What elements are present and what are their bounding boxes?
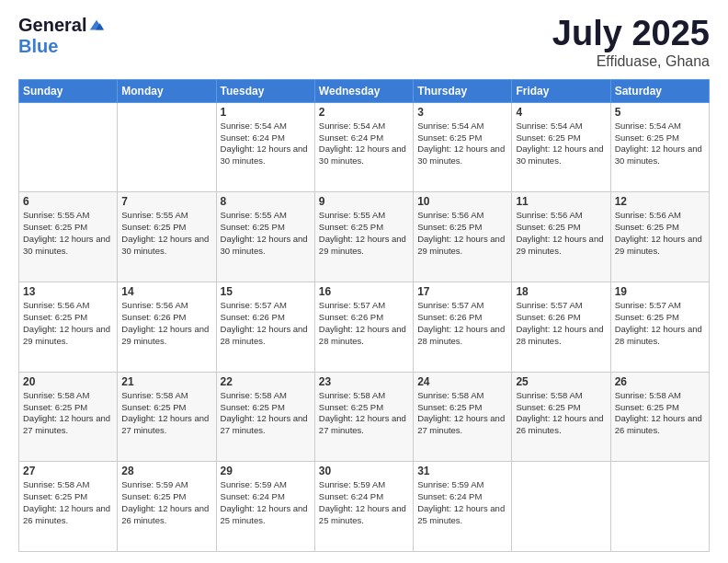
calendar-cell: 23Sunrise: 5:58 AM Sunset: 6:25 PM Dayli… bbox=[314, 372, 413, 462]
day-number: 20 bbox=[23, 375, 113, 388]
calendar-cell: 18Sunrise: 5:57 AM Sunset: 6:26 PM Dayli… bbox=[512, 282, 610, 373]
calendar-cell: 10Sunrise: 5:56 AM Sunset: 6:25 PM Dayli… bbox=[414, 192, 512, 282]
day-number: 27 bbox=[23, 465, 113, 477]
day-number: 8 bbox=[221, 195, 311, 208]
day-info: Sunrise: 5:55 AM Sunset: 6:25 PM Dayligh… bbox=[221, 210, 311, 257]
calendar-cell bbox=[512, 462, 610, 552]
calendar-cell: 15Sunrise: 5:57 AM Sunset: 6:26 PM Dayli… bbox=[216, 282, 314, 373]
day-info: Sunrise: 5:56 AM Sunset: 6:26 PM Dayligh… bbox=[121, 300, 211, 347]
calendar-cell: 11Sunrise: 5:56 AM Sunset: 6:25 PM Dayli… bbox=[512, 192, 610, 282]
logo-icon bbox=[88, 17, 105, 34]
calendar-cell: 22Sunrise: 5:58 AM Sunset: 6:25 PM Dayli… bbox=[216, 372, 314, 462]
header-tuesday: Tuesday bbox=[216, 79, 314, 102]
calendar-cell: 29Sunrise: 5:59 AM Sunset: 6:24 PM Dayli… bbox=[216, 462, 314, 552]
calendar-cell: 6Sunrise: 5:55 AM Sunset: 6:25 PM Daylig… bbox=[19, 192, 118, 282]
calendar-header-row: Sunday Monday Tuesday Wednesday Thursday… bbox=[19, 79, 710, 102]
calendar-cell bbox=[118, 102, 216, 192]
location-title: Effiduase, Ghana bbox=[552, 53, 710, 70]
day-number: 7 bbox=[121, 195, 211, 208]
day-info: Sunrise: 5:58 AM Sunset: 6:25 PM Dayligh… bbox=[23, 390, 113, 437]
calendar-cell: 12Sunrise: 5:56 AM Sunset: 6:25 PM Dayli… bbox=[610, 192, 709, 282]
calendar-cell: 20Sunrise: 5:58 AM Sunset: 6:25 PM Dayli… bbox=[19, 372, 118, 462]
day-number: 10 bbox=[417, 195, 507, 208]
day-number: 3 bbox=[417, 106, 507, 119]
day-number: 19 bbox=[615, 285, 705, 298]
header: General Blue July 2025 Effiduase, Ghana bbox=[18, 15, 710, 70]
day-number: 26 bbox=[615, 375, 705, 388]
calendar-cell: 5Sunrise: 5:54 AM Sunset: 6:25 PM Daylig… bbox=[610, 102, 709, 192]
calendar-cell bbox=[19, 102, 118, 192]
calendar-cell: 25Sunrise: 5:58 AM Sunset: 6:25 PM Dayli… bbox=[512, 372, 610, 462]
day-number: 30 bbox=[319, 465, 409, 477]
day-number: 18 bbox=[516, 285, 606, 298]
logo-text: General bbox=[18, 15, 105, 36]
day-info: Sunrise: 5:57 AM Sunset: 6:26 PM Dayligh… bbox=[319, 300, 409, 347]
day-number: 5 bbox=[615, 106, 705, 119]
day-number: 4 bbox=[516, 106, 606, 119]
day-number: 23 bbox=[319, 375, 409, 388]
calendar-cell: 1Sunrise: 5:54 AM Sunset: 6:24 PM Daylig… bbox=[216, 102, 314, 192]
logo-general: General bbox=[18, 15, 86, 36]
day-number: 1 bbox=[221, 106, 311, 119]
day-info: Sunrise: 5:59 AM Sunset: 6:25 PM Dayligh… bbox=[121, 479, 211, 526]
calendar-cell: 19Sunrise: 5:57 AM Sunset: 6:25 PM Dayli… bbox=[610, 282, 709, 373]
day-number: 25 bbox=[516, 375, 606, 388]
header-sunday: Sunday bbox=[19, 79, 118, 102]
calendar-cell: 3Sunrise: 5:54 AM Sunset: 6:25 PM Daylig… bbox=[414, 102, 512, 192]
header-saturday: Saturday bbox=[610, 79, 709, 102]
day-info: Sunrise: 5:54 AM Sunset: 6:24 PM Dayligh… bbox=[221, 121, 311, 167]
day-number: 22 bbox=[221, 375, 311, 388]
calendar-cell: 30Sunrise: 5:59 AM Sunset: 6:24 PM Dayli… bbox=[314, 462, 413, 552]
calendar-week-3: 13Sunrise: 5:56 AM Sunset: 6:25 PM Dayli… bbox=[19, 282, 710, 373]
day-info: Sunrise: 5:57 AM Sunset: 6:26 PM Dayligh… bbox=[516, 300, 606, 347]
day-info: Sunrise: 5:57 AM Sunset: 6:26 PM Dayligh… bbox=[221, 300, 311, 347]
day-info: Sunrise: 5:56 AM Sunset: 6:25 PM Dayligh… bbox=[615, 210, 705, 257]
calendar-cell: 9Sunrise: 5:55 AM Sunset: 6:25 PM Daylig… bbox=[314, 192, 413, 282]
calendar-cell: 26Sunrise: 5:58 AM Sunset: 6:25 PM Dayli… bbox=[610, 372, 709, 462]
day-info: Sunrise: 5:58 AM Sunset: 6:25 PM Dayligh… bbox=[319, 390, 409, 437]
calendar-cell: 7Sunrise: 5:55 AM Sunset: 6:25 PM Daylig… bbox=[118, 192, 216, 282]
calendar-cell: 31Sunrise: 5:59 AM Sunset: 6:24 PM Dayli… bbox=[414, 462, 512, 552]
calendar-cell: 27Sunrise: 5:58 AM Sunset: 6:25 PM Dayli… bbox=[19, 462, 118, 552]
day-number: 21 bbox=[121, 375, 211, 388]
day-number: 2 bbox=[319, 106, 409, 119]
header-monday: Monday bbox=[118, 79, 216, 102]
day-info: Sunrise: 5:58 AM Sunset: 6:25 PM Dayligh… bbox=[221, 390, 311, 437]
day-info: Sunrise: 5:55 AM Sunset: 6:25 PM Dayligh… bbox=[23, 210, 113, 257]
calendar-week-5: 27Sunrise: 5:58 AM Sunset: 6:25 PM Dayli… bbox=[19, 462, 710, 552]
calendar-week-2: 6Sunrise: 5:55 AM Sunset: 6:25 PM Daylig… bbox=[19, 192, 710, 282]
calendar-cell: 17Sunrise: 5:57 AM Sunset: 6:26 PM Dayli… bbox=[414, 282, 512, 373]
day-info: Sunrise: 5:54 AM Sunset: 6:25 PM Dayligh… bbox=[615, 121, 705, 167]
day-info: Sunrise: 5:59 AM Sunset: 6:24 PM Dayligh… bbox=[221, 479, 311, 526]
day-number: 11 bbox=[516, 195, 606, 208]
day-number: 9 bbox=[319, 195, 409, 208]
calendar-cell: 2Sunrise: 5:54 AM Sunset: 6:24 PM Daylig… bbox=[314, 102, 413, 192]
day-info: Sunrise: 5:58 AM Sunset: 6:25 PM Dayligh… bbox=[23, 479, 113, 526]
day-number: 24 bbox=[417, 375, 507, 388]
calendar-week-4: 20Sunrise: 5:58 AM Sunset: 6:25 PM Dayli… bbox=[19, 372, 710, 462]
day-info: Sunrise: 5:54 AM Sunset: 6:25 PM Dayligh… bbox=[516, 121, 606, 167]
header-friday: Friday bbox=[512, 79, 610, 102]
calendar-cell: 13Sunrise: 5:56 AM Sunset: 6:25 PM Dayli… bbox=[19, 282, 118, 373]
calendar-cell: 21Sunrise: 5:58 AM Sunset: 6:25 PM Dayli… bbox=[118, 372, 216, 462]
header-wednesday: Wednesday bbox=[314, 79, 413, 102]
day-number: 6 bbox=[23, 195, 113, 208]
day-info: Sunrise: 5:55 AM Sunset: 6:25 PM Dayligh… bbox=[319, 210, 409, 257]
day-number: 16 bbox=[319, 285, 409, 298]
day-info: Sunrise: 5:58 AM Sunset: 6:25 PM Dayligh… bbox=[516, 390, 606, 437]
day-number: 12 bbox=[615, 195, 705, 208]
day-number: 14 bbox=[121, 285, 211, 298]
calendar-cell bbox=[610, 462, 709, 552]
calendar-cell: 16Sunrise: 5:57 AM Sunset: 6:26 PM Dayli… bbox=[314, 282, 413, 373]
day-info: Sunrise: 5:55 AM Sunset: 6:25 PM Dayligh… bbox=[121, 210, 211, 257]
day-info: Sunrise: 5:59 AM Sunset: 6:24 PM Dayligh… bbox=[417, 479, 507, 526]
day-info: Sunrise: 5:58 AM Sunset: 6:25 PM Dayligh… bbox=[121, 390, 211, 437]
day-info: Sunrise: 5:59 AM Sunset: 6:24 PM Dayligh… bbox=[319, 479, 409, 526]
day-info: Sunrise: 5:56 AM Sunset: 6:25 PM Dayligh… bbox=[417, 210, 507, 257]
header-thursday: Thursday bbox=[414, 79, 512, 102]
day-info: Sunrise: 5:58 AM Sunset: 6:25 PM Dayligh… bbox=[615, 390, 705, 437]
logo-blue: Blue bbox=[18, 36, 58, 57]
calendar-cell: 28Sunrise: 5:59 AM Sunset: 6:25 PM Dayli… bbox=[118, 462, 216, 552]
day-info: Sunrise: 5:54 AM Sunset: 6:25 PM Dayligh… bbox=[417, 121, 507, 167]
day-number: 13 bbox=[23, 285, 113, 298]
